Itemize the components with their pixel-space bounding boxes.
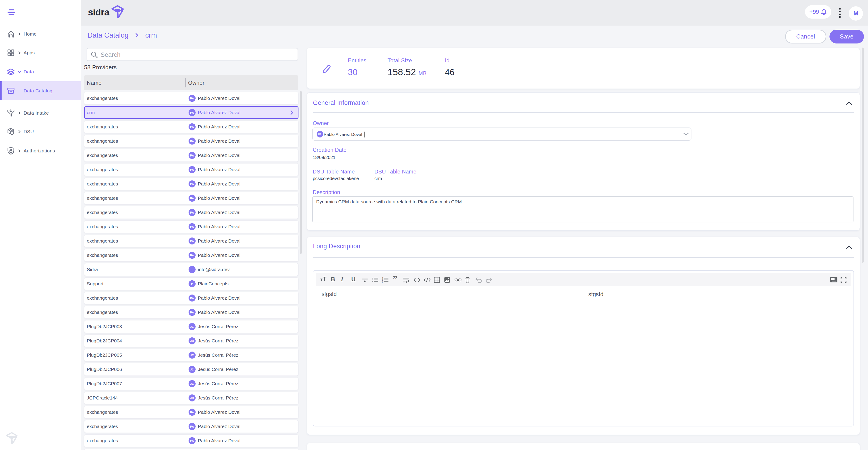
svg-text:3: 3 (382, 281, 383, 283)
